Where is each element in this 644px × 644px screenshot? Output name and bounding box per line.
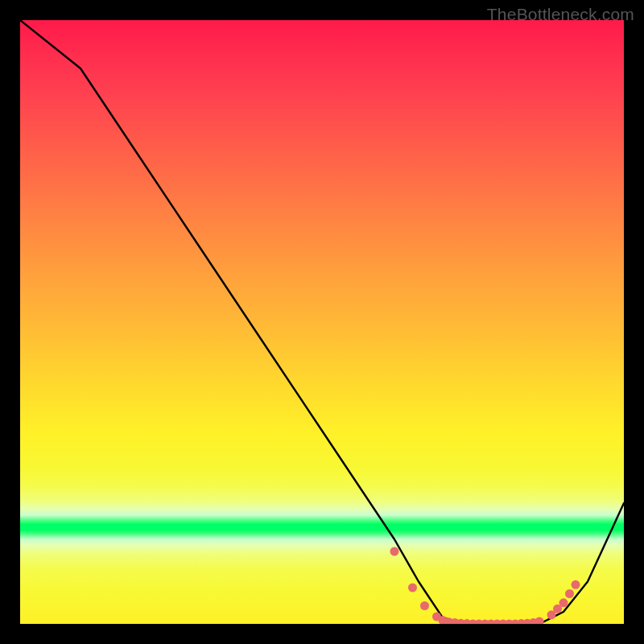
bottleneck-curve <box>20 20 624 624</box>
marker-dot <box>535 617 544 625</box>
marker-dot <box>565 589 574 598</box>
marker-dots <box>390 547 580 625</box>
plot-area <box>20 20 624 624</box>
marker-dot <box>420 601 429 610</box>
watermark-text: TheBottleneck.com <box>487 5 634 24</box>
marker-dot <box>572 580 580 589</box>
marker-dot <box>390 547 399 556</box>
marker-dot <box>559 598 568 607</box>
chart-svg <box>20 20 624 624</box>
marker-dot <box>408 584 417 592</box>
